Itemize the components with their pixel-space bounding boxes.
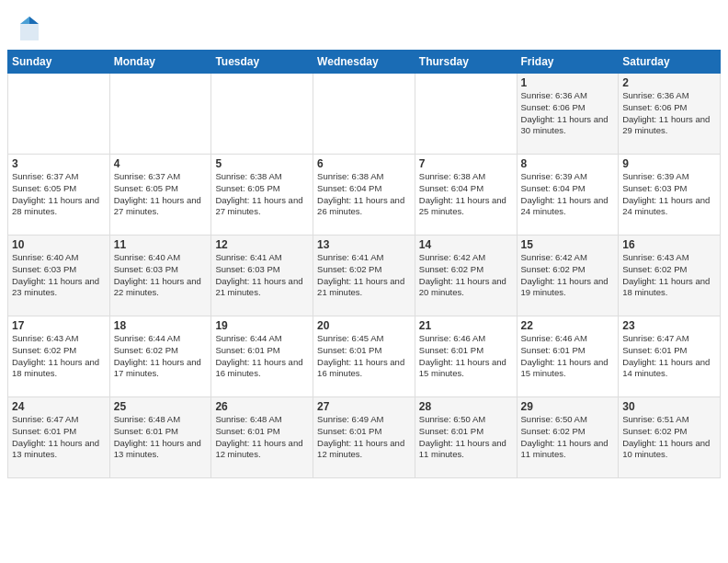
day-cell: 16Sunrise: 6:43 AM Sunset: 6:02 PM Dayli… [619, 236, 721, 316]
day-cell: 10Sunrise: 6:40 AM Sunset: 6:03 PM Dayli… [8, 236, 110, 316]
logo [18, 15, 44, 42]
day-cell: 2Sunrise: 6:36 AM Sunset: 6:06 PM Daylig… [619, 74, 721, 155]
day-detail: Sunrise: 6:38 AM Sunset: 6:05 PM Dayligh… [215, 171, 309, 218]
day-detail: Sunrise: 6:47 AM Sunset: 6:01 PM Dayligh… [12, 414, 106, 461]
day-cell: 23Sunrise: 6:47 AM Sunset: 6:01 PM Dayli… [619, 316, 721, 397]
day-detail: Sunrise: 6:39 AM Sunset: 6:03 PM Dayligh… [622, 171, 716, 218]
day-number: 26 [215, 400, 309, 413]
day-header-monday: Monday [109, 51, 211, 74]
day-number: 30 [622, 400, 716, 413]
day-number: 4 [114, 157, 208, 170]
day-number: 15 [521, 238, 615, 251]
day-cell [109, 74, 211, 155]
day-detail: Sunrise: 6:44 AM Sunset: 6:02 PM Dayligh… [114, 333, 208, 380]
day-header-tuesday: Tuesday [211, 51, 313, 74]
week-row-4: 17Sunrise: 6:43 AM Sunset: 6:02 PM Dayli… [8, 316, 721, 397]
day-number: 28 [419, 400, 513, 413]
day-cell: 3Sunrise: 6:37 AM Sunset: 6:05 PM Daylig… [8, 155, 110, 236]
day-number: 3 [12, 157, 106, 170]
day-detail: Sunrise: 6:49 AM Sunset: 6:01 PM Dayligh… [317, 414, 411, 461]
day-number: 1 [521, 76, 615, 89]
day-detail: Sunrise: 6:46 AM Sunset: 6:01 PM Dayligh… [419, 333, 513, 380]
day-number: 19 [215, 319, 309, 332]
day-header-sunday: Sunday [8, 51, 110, 74]
day-detail: Sunrise: 6:38 AM Sunset: 6:04 PM Dayligh… [419, 171, 513, 218]
svg-marker-2 [20, 17, 29, 24]
day-detail: Sunrise: 6:47 AM Sunset: 6:01 PM Dayligh… [622, 333, 716, 380]
day-detail: Sunrise: 6:41 AM Sunset: 6:02 PM Dayligh… [317, 252, 411, 299]
day-cell: 9Sunrise: 6:39 AM Sunset: 6:03 PM Daylig… [619, 155, 721, 236]
day-cell: 11Sunrise: 6:40 AM Sunset: 6:03 PM Dayli… [109, 236, 211, 316]
day-cell: 1Sunrise: 6:36 AM Sunset: 6:06 PM Daylig… [517, 74, 619, 155]
day-detail: Sunrise: 6:50 AM Sunset: 6:02 PM Dayligh… [521, 414, 615, 461]
day-cell: 4Sunrise: 6:37 AM Sunset: 6:05 PM Daylig… [109, 155, 211, 236]
day-number: 24 [12, 400, 106, 413]
header-row: SundayMondayTuesdayWednesdayThursdayFrid… [8, 51, 721, 74]
day-detail: Sunrise: 6:46 AM Sunset: 6:01 PM Dayligh… [521, 333, 615, 380]
day-cell: 18Sunrise: 6:44 AM Sunset: 6:02 PM Dayli… [109, 316, 211, 397]
day-number: 20 [317, 319, 411, 332]
day-header-thursday: Thursday [415, 51, 517, 74]
day-detail: Sunrise: 6:48 AM Sunset: 6:01 PM Dayligh… [215, 414, 309, 461]
day-detail: Sunrise: 6:48 AM Sunset: 6:01 PM Dayligh… [114, 414, 208, 461]
day-detail: Sunrise: 6:36 AM Sunset: 6:06 PM Dayligh… [622, 90, 716, 137]
day-number: 5 [215, 157, 309, 170]
day-number: 9 [622, 157, 716, 170]
day-cell: 13Sunrise: 6:41 AM Sunset: 6:02 PM Dayli… [313, 236, 415, 316]
day-detail: Sunrise: 6:43 AM Sunset: 6:02 PM Dayligh… [622, 252, 716, 299]
day-number: 13 [317, 238, 411, 251]
day-cell: 19Sunrise: 6:44 AM Sunset: 6:01 PM Dayli… [211, 316, 313, 397]
day-number: 2 [622, 76, 716, 89]
week-row-1: 1Sunrise: 6:36 AM Sunset: 6:06 PM Daylig… [8, 74, 721, 155]
day-number: 7 [419, 157, 513, 170]
day-header-wednesday: Wednesday [313, 51, 415, 74]
day-number: 17 [12, 319, 106, 332]
day-detail: Sunrise: 6:51 AM Sunset: 6:02 PM Dayligh… [622, 414, 716, 461]
day-cell: 29Sunrise: 6:50 AM Sunset: 6:02 PM Dayli… [517, 397, 619, 478]
day-number: 21 [419, 319, 513, 332]
day-detail: Sunrise: 6:42 AM Sunset: 6:02 PM Dayligh… [419, 252, 513, 299]
svg-marker-1 [29, 17, 39, 24]
day-number: 16 [622, 238, 716, 251]
week-row-5: 24Sunrise: 6:47 AM Sunset: 6:01 PM Dayli… [8, 397, 721, 478]
day-number: 6 [317, 157, 411, 170]
day-cell: 6Sunrise: 6:38 AM Sunset: 6:04 PM Daylig… [313, 155, 415, 236]
day-cell: 27Sunrise: 6:49 AM Sunset: 6:01 PM Dayli… [313, 397, 415, 478]
day-detail: Sunrise: 6:39 AM Sunset: 6:04 PM Dayligh… [521, 171, 615, 218]
calendar-header: SundayMondayTuesdayWednesdayThursdayFrid… [8, 51, 721, 74]
day-cell: 14Sunrise: 6:42 AM Sunset: 6:02 PM Dayli… [415, 236, 517, 316]
day-detail: Sunrise: 6:40 AM Sunset: 6:03 PM Dayligh… [114, 252, 208, 299]
day-number: 29 [521, 400, 615, 413]
day-cell: 5Sunrise: 6:38 AM Sunset: 6:05 PM Daylig… [211, 155, 313, 236]
day-number: 14 [419, 238, 513, 251]
page-header [0, 0, 728, 50]
day-detail: Sunrise: 6:37 AM Sunset: 6:05 PM Dayligh… [12, 171, 106, 218]
day-number: 25 [114, 400, 208, 413]
day-cell: 8Sunrise: 6:39 AM Sunset: 6:04 PM Daylig… [517, 155, 619, 236]
day-detail: Sunrise: 6:44 AM Sunset: 6:01 PM Dayligh… [215, 333, 309, 380]
day-header-saturday: Saturday [619, 51, 721, 74]
day-cell [8, 74, 110, 155]
day-detail: Sunrise: 6:50 AM Sunset: 6:01 PM Dayligh… [419, 414, 513, 461]
day-number: 22 [521, 319, 615, 332]
day-detail: Sunrise: 6:42 AM Sunset: 6:02 PM Dayligh… [521, 252, 615, 299]
week-row-3: 10Sunrise: 6:40 AM Sunset: 6:03 PM Dayli… [8, 236, 721, 316]
day-cell [211, 74, 313, 155]
day-number: 18 [114, 319, 208, 332]
day-cell: 15Sunrise: 6:42 AM Sunset: 6:02 PM Dayli… [517, 236, 619, 316]
day-cell: 17Sunrise: 6:43 AM Sunset: 6:02 PM Dayli… [8, 316, 110, 397]
calendar-body: 1Sunrise: 6:36 AM Sunset: 6:06 PM Daylig… [8, 74, 721, 478]
day-cell: 30Sunrise: 6:51 AM Sunset: 6:02 PM Dayli… [619, 397, 721, 478]
day-cell: 21Sunrise: 6:46 AM Sunset: 6:01 PM Dayli… [415, 316, 517, 397]
day-cell: 26Sunrise: 6:48 AM Sunset: 6:01 PM Dayli… [211, 397, 313, 478]
calendar-table: SundayMondayTuesdayWednesdayThursdayFrid… [7, 50, 721, 478]
week-row-2: 3Sunrise: 6:37 AM Sunset: 6:05 PM Daylig… [8, 155, 721, 236]
day-number: 27 [317, 400, 411, 413]
day-cell [313, 74, 415, 155]
day-cell: 22Sunrise: 6:46 AM Sunset: 6:01 PM Dayli… [517, 316, 619, 397]
day-cell: 28Sunrise: 6:50 AM Sunset: 6:01 PM Dayli… [415, 397, 517, 478]
day-number: 11 [114, 238, 208, 251]
day-cell: 12Sunrise: 6:41 AM Sunset: 6:03 PM Dayli… [211, 236, 313, 316]
day-detail: Sunrise: 6:41 AM Sunset: 6:03 PM Dayligh… [215, 252, 309, 299]
day-detail: Sunrise: 6:43 AM Sunset: 6:02 PM Dayligh… [12, 333, 106, 380]
